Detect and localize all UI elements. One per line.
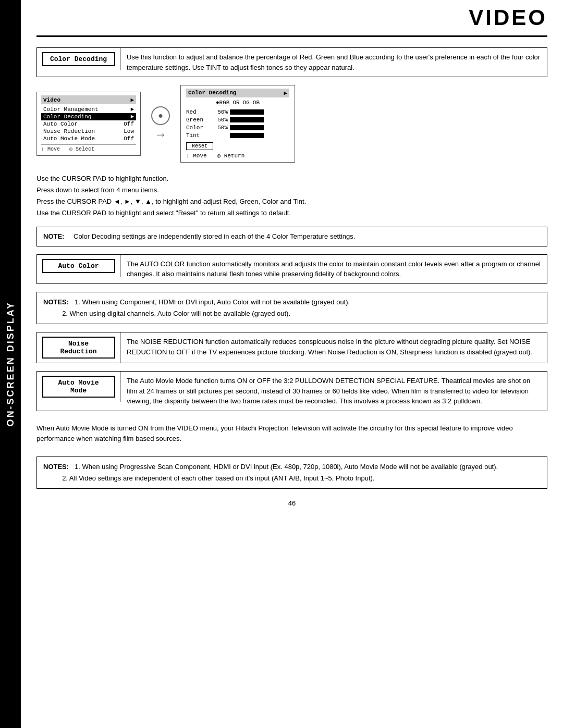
nav-circle: ● — [151, 106, 170, 125]
bar-color: Color 50% — [186, 125, 289, 131]
bar-red-fill — [230, 109, 264, 115]
note-label: NOTE: — [43, 231, 69, 242]
final-note2: 2. All Video settings are independent of… — [62, 474, 374, 482]
auto-movie-desc1: The Auto Movie Mode function turns ON or… — [127, 377, 530, 405]
left-screen-arrow: ▶ — [130, 96, 134, 103]
auto-movie-mode-row: Auto Movie Mode The Auto Movie Mode func… — [36, 371, 547, 411]
bar-green-fill — [230, 117, 264, 122]
auto-color-notes-label: NOTES: — [43, 298, 69, 306]
reset-button[interactable]: Reset — [186, 142, 213, 150]
auto-color-desc: The AUTO COLOR function automatically mo… — [120, 255, 547, 283]
color-decoding-label: Color Decoding — [42, 52, 115, 66]
rgb-option-or: OR — [232, 100, 239, 106]
bar-tint: Tint — [186, 132, 289, 139]
screenshots-area: Video ▶ Color Management ► Color Decodin… — [36, 85, 547, 163]
auto-color-label: Auto Color — [42, 259, 115, 273]
menu-auto-movie: Auto Movie Mode Off — [41, 135, 136, 142]
final-notes-label: NOTES: — [43, 463, 69, 471]
noise-reduction-row: Noise Reduction The NOISE REDUCTION func… — [36, 332, 547, 363]
bar-red: Red 50% — [186, 109, 289, 115]
auto-color-notes: NOTES: 1. When using Component, HDMI or … — [36, 292, 547, 324]
auto-color-row: Auto Color The AUTO COLOR function autom… — [36, 254, 547, 284]
right-screen-footer: ↕ Move ◎ Return — [186, 152, 289, 159]
sidebar-label: ON-SCREEN DISPLAY — [5, 301, 16, 426]
rgb-option-ob: OB — [253, 100, 260, 106]
instruction-line3: Press the CURSOR PAD ◄, ►, ▼, ▲, to high… — [36, 196, 547, 207]
arrow-right-icon: → — [154, 127, 167, 142]
auto-movie-mode-label: Auto Movie Mode — [42, 376, 115, 398]
page-header: VIDEO — [36, 0, 547, 37]
right-screen: Color Decoding ▶ ●RGB OR OG OB Red 50% G… — [180, 85, 295, 163]
sidebar: ON-SCREEN DISPLAY — [0, 0, 21, 728]
left-screen-footer: ↕ Move ◎ Select — [41, 144, 136, 152]
instruction-line1: Use the CURSOR PAD to highlight function… — [36, 173, 547, 184]
right-screen-title: Color Decoding ▶ — [186, 89, 289, 97]
rgb-options-row: ●RGB OR OG OB — [186, 100, 289, 106]
rgb-option-rgb: ●RGB — [216, 100, 229, 106]
noise-reduction-label: Noise Reduction — [42, 337, 115, 359]
right-screen-arrow: ▶ — [284, 90, 287, 96]
auto-movie-continuation: When Auto Movie Mode is turned ON from t… — [36, 419, 547, 449]
bar-green: Green 50% — [186, 117, 289, 123]
note-text: Color Decoding settings are independentl… — [74, 231, 355, 242]
menu-color-decoding: Color Decoding ► — [41, 113, 136, 120]
color-decoding-label-cell: Color Decoding — [37, 48, 120, 70]
color-decoding-row: Color Decoding Use this function to adju… — [36, 47, 547, 77]
auto-movie-mode-label-cell: Auto Movie Mode — [37, 372, 120, 402]
left-screen: Video ▶ Color Management ► Color Decodin… — [36, 92, 141, 156]
reset-button-area: Reset — [186, 140, 289, 152]
auto-color-note1: 1. When using Component, HDMI or DVI inp… — [75, 298, 350, 306]
bar-color-fill — [230, 125, 264, 130]
bar-tint-fill — [230, 133, 264, 138]
menu-color-management: Color Management ► — [41, 106, 136, 113]
final-notes-box: NOTES: 1. When using Progressive Scan Co… — [36, 456, 547, 489]
menu-auto-color: Auto Color Off — [41, 120, 136, 128]
auto-movie-desc2: When Auto Movie Mode is turned ON from t… — [36, 424, 513, 443]
noise-reduction-desc: The NOISE REDUCTION function automatical… — [120, 332, 547, 361]
nav-dot: ● — [158, 111, 163, 120]
instruction-line2: Press down to select from 4 menu items. — [36, 184, 547, 196]
instruction-line4: Use the CURSOR PAD to highlight and sele… — [36, 207, 547, 219]
auto-color-note2: 2. When using digital channels, Auto Col… — [62, 310, 290, 317]
final-note1: 1. When using Progressive Scan Component… — [75, 463, 498, 471]
main-content: VIDEO Color Decoding Use this function t… — [21, 0, 563, 528]
left-screen-title: Video ▶ — [41, 95, 136, 104]
right-screen-title-text: Color Decoding — [188, 90, 236, 96]
noise-reduction-label-cell: Noise Reduction — [37, 332, 120, 363]
rgb-option-og: OG — [243, 100, 250, 106]
page-title: VIDEO — [469, 5, 547, 30]
page-number: 46 — [36, 499, 547, 507]
instructions-block: Use the CURSOR PAD to highlight function… — [36, 173, 547, 219]
menu-noise-reduction: Noise Reduction Low — [41, 128, 136, 135]
note-box: NOTE: Color Decoding settings are indepe… — [36, 227, 547, 246]
color-decoding-desc: Use this function to adjust and balance … — [120, 48, 547, 77]
auto-movie-mode-desc: The Auto Movie Mode function turns ON or… — [120, 372, 547, 411]
arrow-nav: ● → — [151, 106, 170, 142]
left-screen-title-text: Video — [43, 97, 60, 103]
auto-color-label-cell: Auto Color — [37, 255, 120, 277]
